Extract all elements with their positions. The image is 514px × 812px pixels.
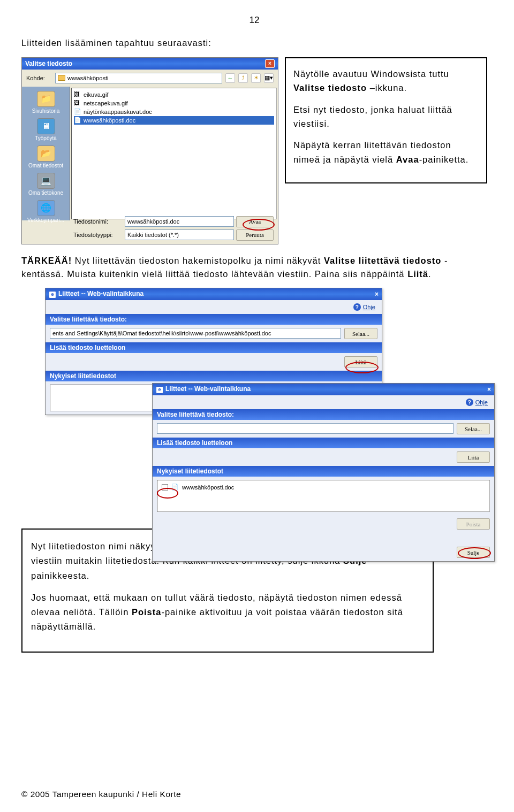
info2-text: Nyt liitetiedoston nimi näkyy — [31, 541, 158, 551]
current-files-area: 📄 wwwsähköposti.doc — [157, 480, 490, 512]
document-icon: 📄 — [171, 484, 179, 491]
up-icon[interactable]: ⤴ — [238, 73, 248, 83]
places-mydocs-label: Omat tiedostot — [28, 163, 63, 168]
file-path-input[interactable] — [157, 423, 453, 434]
file-item-selected[interactable]: 📄wwwsähköposti.doc — [74, 116, 274, 125]
views-icon[interactable]: ▦▾ — [264, 73, 274, 83]
kohde-value: wwwsähköposti — [67, 75, 108, 81]
open-button[interactable]: Avaa — [236, 216, 274, 227]
places-network-label: Verkkoympäri... — [27, 217, 64, 223]
filename-input[interactable]: wwwsähköposti.doc — [125, 216, 234, 227]
places-desktop[interactable]: 🖥 Työpöytä — [26, 118, 66, 141]
info-text: Etsi nyt tiedosto, jonka haluat liittää … — [293, 103, 479, 131]
file-item[interactable]: 🖼netscapekuva.gif — [74, 99, 274, 108]
section-current-files: Nykyiset liitetiedostot — [153, 466, 494, 477]
section-current-files: Nykyiset liitetiedostot — [46, 371, 382, 381]
copyright: © 2005 Tampereen kaupunki / Heli Korte — [21, 790, 181, 799]
mid-bold: Valitse liitettävä tiedosto — [324, 256, 442, 265]
filetype-combo[interactable]: Kaikki tiedostot (*.*) — [125, 229, 234, 240]
mid-text: . — [428, 269, 432, 279]
file-list[interactable]: 🖼eikuva.gif 🖼netscapekuva.gif 📄näytönkaa… — [71, 88, 277, 219]
section-select-file: Valitse liitettävä tiedosto: — [46, 314, 382, 325]
file-path-input[interactable] — [50, 328, 341, 339]
places-desktop-label: Työpöytä — [35, 135, 57, 141]
back-icon[interactable]: ← — [225, 73, 235, 83]
attached-file-row[interactable]: 📄 wwwsähköposti.doc — [160, 482, 487, 492]
attach-button[interactable]: Liitä — [457, 451, 490, 463]
filename-label: Tiedostonimi: — [73, 218, 123, 225]
kohde-label: Kohde: — [26, 75, 52, 81]
info-text-bold: Avaa — [396, 155, 419, 164]
file-dialog-title: Valitse tiedosto — [25, 60, 72, 67]
info-text: -painiketta. — [419, 155, 469, 164]
mid-bold: Liitä — [407, 269, 428, 279]
places-mydocs[interactable]: 📂 Omat tiedostot — [26, 145, 66, 168]
important-paragraph: TÄRKEÄÄ! Nyt liitettävän tiedoston hakem… — [21, 254, 487, 281]
intro-text: Liitteiden lisääminen tapahtuu seuraavas… — [21, 36, 487, 50]
remove-button[interactable]: Poista — [457, 518, 490, 530]
newfolder-icon[interactable]: ✶ — [251, 73, 261, 83]
file-item[interactable]: 📄näytönkaappauskuvat.doc — [74, 108, 274, 116]
info-text-bold: Valitse tiedosto — [293, 83, 367, 93]
section-select-file: Valitse liitettävä tiedosto: — [153, 409, 494, 420]
places-bar: 📁 Sivuhistoria 🖥 Työpöytä 📂 Omat tiedost… — [22, 87, 70, 220]
help-link[interactable]: Ohje — [475, 399, 488, 405]
web-dialog-2: eLiitteet -- Web-valintaikkuna × ? Ohje … — [152, 383, 495, 562]
section-add-file: Lisää tiedosto luetteloon — [46, 342, 382, 353]
web-dialog-title: Liitteet -- Web-valintaikkuna — [165, 385, 251, 393]
close-icon[interactable]: × — [487, 386, 491, 393]
folder-icon — [58, 75, 65, 81]
cancel-button[interactable]: Peruuta — [236, 229, 274, 241]
file-item[interactable]: 🖼eikuva.gif — [74, 90, 274, 99]
close-icon[interactable]: × — [375, 290, 379, 298]
places-history[interactable]: 📁 Sivuhistoria — [26, 91, 66, 114]
filetype-label: Tiedostotyyppi: — [73, 232, 123, 238]
page-number: 12 — [21, 15, 487, 26]
close-button[interactable]: Sulje — [457, 547, 490, 558]
help-link[interactable]: Ohje — [363, 304, 375, 310]
info-box-1: Näytölle avautuu Windowsista tuttu Valit… — [285, 57, 487, 183]
web-dialog-title: Liitteet -- Web-valintaikkuna — [58, 290, 143, 297]
places-network[interactable]: 🌐 Verkkoympäri... — [26, 200, 66, 223]
browse-button[interactable]: Selaa... — [344, 328, 377, 339]
mid-text: Nyt liitettävän tiedoston hakemistopolku… — [72, 256, 324, 265]
help-icon: ? — [353, 303, 361, 311]
info2-bold: Poista — [132, 607, 162, 617]
attached-filename: wwwsähköposti.doc — [182, 484, 234, 491]
file-dialog: Valitse tiedosto × Kohde: wwwsähköposti … — [21, 57, 278, 244]
attach-button[interactable]: Liitä — [344, 356, 377, 367]
file-checkbox[interactable] — [162, 484, 168, 491]
kohde-combo[interactable]: wwwsähköposti — [55, 73, 222, 83]
info-text: Näytölle avautuu Windowsista tuttu — [293, 69, 449, 79]
section-add-file: Lisää tiedosto luetteloon — [153, 438, 494, 448]
places-mycomputer[interactable]: 💻 Oma tietokone — [26, 173, 66, 196]
places-history-label: Sivuhistoria — [32, 108, 60, 114]
places-mycomp-label: Oma tietokone — [28, 190, 63, 196]
browse-button[interactable]: Selaa... — [457, 423, 490, 434]
info-text: –ikkuna. — [367, 83, 407, 93]
help-icon: ? — [466, 399, 473, 406]
close-icon[interactable]: × — [265, 59, 275, 68]
important-label: TÄRKEÄÄ! — [21, 256, 72, 265]
